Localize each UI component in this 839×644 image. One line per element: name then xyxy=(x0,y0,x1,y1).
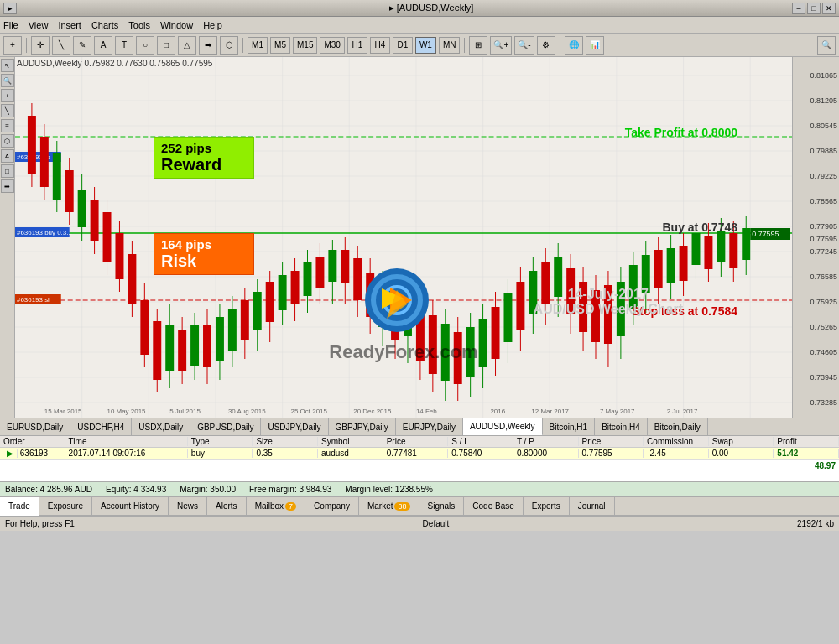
menu-help[interactable]: Help xyxy=(203,20,222,30)
col-price: Price xyxy=(383,437,449,446)
tf-m15[interactable]: M15 xyxy=(293,37,317,54)
order-sl: 0.75840 xyxy=(448,449,513,458)
svg-text:15 Mar 2015: 15 Mar 2015 xyxy=(44,408,82,415)
pair-tab-gbpusd[interactable]: GBPUSD,Daily xyxy=(190,418,261,436)
tf-w1[interactable]: W1 xyxy=(415,37,436,54)
menu-window[interactable]: Window xyxy=(160,20,193,30)
properties-btn[interactable]: ⚙ xyxy=(537,36,555,55)
price-tick: 0.75265 xyxy=(810,323,837,331)
balance-bar: Balance: 4 285.96 AUD Equity: 4 334.93 M… xyxy=(0,482,839,497)
pair-tab-eurjpy[interactable]: EURJPY,Daily xyxy=(396,418,463,436)
text-tool-left[interactable]: A xyxy=(1,149,14,163)
equity: Equity: 4 334.93 xyxy=(106,485,166,494)
search-btn[interactable]: 🔍 xyxy=(817,36,836,55)
risk-annotation: 164 pips Risk xyxy=(154,233,254,275)
order-type: buy xyxy=(188,449,253,458)
menu-insert[interactable]: Insert xyxy=(58,20,81,30)
triangle-tool[interactable]: △ xyxy=(178,36,196,55)
fib-tool[interactable]: ⬡ xyxy=(220,36,238,55)
tab-signals[interactable]: Signals xyxy=(420,497,465,516)
navigator-btn[interactable]: 🌐 xyxy=(565,36,583,55)
tab-codebase[interactable]: Code Base xyxy=(464,497,523,516)
tf-m30[interactable]: M30 xyxy=(320,37,344,54)
tf-h4[interactable]: H4 xyxy=(370,37,390,54)
tf-h1[interactable]: H1 xyxy=(347,37,367,54)
col-order: Order xyxy=(0,437,65,446)
pointer-tool[interactable]: ↖ xyxy=(1,59,14,72)
shape-tool[interactable]: □ xyxy=(1,164,14,178)
rect-tool[interactable]: □ xyxy=(157,36,175,55)
new-chart-button[interactable]: + xyxy=(3,36,22,55)
tab-alerts[interactable]: Alerts xyxy=(207,497,247,516)
svg-rect-55 xyxy=(65,170,74,212)
svg-text:10 May 2015: 10 May 2015 xyxy=(107,408,147,415)
svg-rect-63 xyxy=(115,233,123,279)
pair-tab-usdjpy[interactable]: USDJPY,Daily xyxy=(261,418,328,436)
ellipse-tool[interactable]: ○ xyxy=(136,36,154,55)
svg-text:0.77595: 0.77595 xyxy=(752,230,779,238)
tf-mn[interactable]: MN xyxy=(439,37,461,54)
price-tick: 0.73945 xyxy=(810,373,837,382)
crosshair-tool[interactable]: ✛ xyxy=(31,36,50,55)
chart-area[interactable]: AUDUSD,Weekly 0.75982 0.77630 0.75865 0.… xyxy=(15,57,792,418)
tab-journal[interactable]: Journal xyxy=(570,497,615,516)
system-menu-icon[interactable]: ▸ xyxy=(3,3,17,14)
tab-account-history[interactable]: Account History xyxy=(92,497,169,516)
total-profit: 48.97 xyxy=(815,461,836,470)
col-size: Size xyxy=(253,437,318,446)
pair-tab-usdchf[interactable]: USDCHF,H4 xyxy=(70,418,132,436)
reward-label: Reward xyxy=(161,155,247,174)
pair-tab-bitcoin-h1[interactable]: Bitcoin,H1 xyxy=(543,418,596,436)
text-box-tool[interactable]: T xyxy=(115,36,133,55)
svg-rect-85 xyxy=(253,292,262,330)
line-tool-left[interactable]: ╲ xyxy=(1,104,14,117)
col-commission: Commission xyxy=(644,437,709,446)
arrow-tool[interactable]: ➡ xyxy=(199,36,217,55)
pair-tab-audusd[interactable]: AUDUSD,Weekly xyxy=(463,418,543,436)
zoom-tool[interactable]: 🔍 xyxy=(1,74,14,87)
mode-text: Default xyxy=(423,519,450,528)
tf-m1[interactable]: M1 xyxy=(248,37,268,54)
experts-btn[interactable]: 📊 xyxy=(586,36,604,55)
market-badge: 38 xyxy=(394,502,409,511)
tab-experts[interactable]: Experts xyxy=(524,497,570,516)
col-type: Type xyxy=(188,437,253,446)
tab-trade[interactable]: Trade xyxy=(0,497,39,516)
zoom-out-btn[interactable]: 🔍- xyxy=(514,36,534,55)
arrow-tool-left[interactable]: ➡ xyxy=(1,179,14,193)
fib-tool-left[interactable]: ⬡ xyxy=(1,134,14,148)
pair-tab-bitcoin-daily[interactable]: Bitcoin,Daily xyxy=(648,418,708,436)
tab-market[interactable]: Market38 xyxy=(359,497,420,516)
margin: Margin: 350.00 xyxy=(180,485,236,494)
tab-mailbox[interactable]: Mailbox7 xyxy=(247,497,305,516)
line-tool[interactable]: ╲ xyxy=(52,36,70,55)
reward-annotation: 252 pips Reward xyxy=(154,137,254,179)
menu-view[interactable]: View xyxy=(29,20,49,30)
zoom-in-btn[interactable]: 🔍+ xyxy=(490,36,512,55)
text-tool[interactable]: A xyxy=(94,36,112,55)
crosshair-tool-left[interactable]: + xyxy=(1,89,14,102)
channel-tool[interactable]: ≡ xyxy=(1,119,14,132)
price-tick: 0.75925 xyxy=(810,298,837,306)
svg-rect-75 xyxy=(190,325,199,366)
price-tick: 0.81205 xyxy=(810,96,837,105)
tab-news[interactable]: News xyxy=(169,497,207,516)
menu-file[interactable]: File xyxy=(3,20,18,30)
pencil-tool[interactable]: ✎ xyxy=(73,36,91,55)
svg-rect-161 xyxy=(729,233,737,268)
pair-tab-usdx[interactable]: USDX,Daily xyxy=(132,418,190,436)
tab-exposure[interactable]: Exposure xyxy=(39,497,92,516)
tf-d1[interactable]: D1 xyxy=(393,37,413,54)
price-tick: 0.79885 xyxy=(810,147,837,155)
minimize-button[interactable]: – xyxy=(792,3,805,14)
tf-m5[interactable]: M5 xyxy=(270,37,290,54)
menu-tools[interactable]: Tools xyxy=(128,20,150,30)
pair-tab-gbpjpy[interactable]: GBPJPY,Daily xyxy=(329,418,396,436)
menu-charts[interactable]: Charts xyxy=(91,20,118,30)
close-button[interactable]: ✕ xyxy=(822,3,836,14)
pair-tab-bitcoin-h4[interactable]: Bitcoin,H4 xyxy=(595,418,648,436)
pair-tab-eurusd[interactable]: EURUSD,Daily xyxy=(0,418,70,436)
maximize-button[interactable]: □ xyxy=(807,3,821,14)
tab-company[interactable]: Company xyxy=(305,497,359,516)
template-btn[interactable]: ⊞ xyxy=(469,36,487,55)
